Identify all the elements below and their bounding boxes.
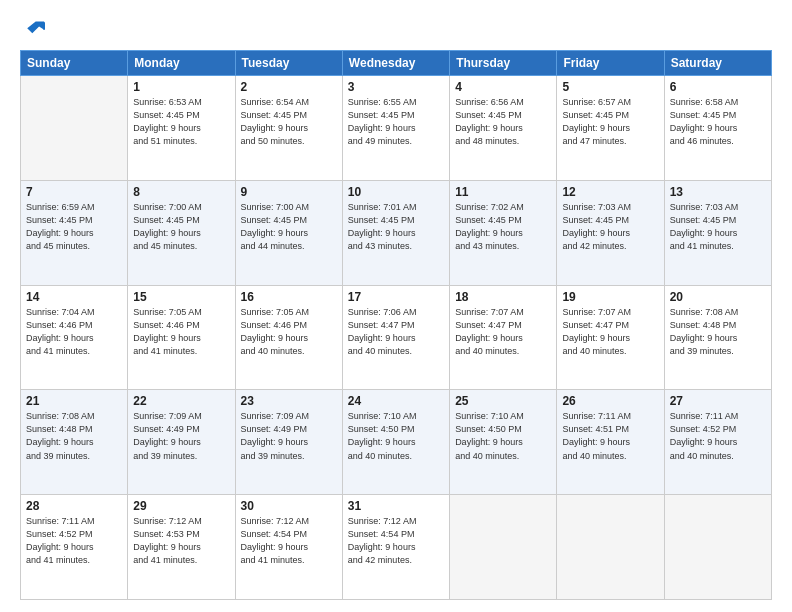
- logo: [20, 18, 52, 40]
- calendar-cell: 30Sunrise: 7:12 AMSunset: 4:54 PMDayligh…: [235, 495, 342, 600]
- cell-info: Sunrise: 7:11 AMSunset: 4:51 PMDaylight:…: [562, 410, 658, 462]
- cell-info: Sunrise: 6:56 AMSunset: 4:45 PMDaylight:…: [455, 96, 551, 148]
- cell-info: Sunrise: 7:12 AMSunset: 4:53 PMDaylight:…: [133, 515, 229, 567]
- calendar-cell: 14Sunrise: 7:04 AMSunset: 4:46 PMDayligh…: [21, 285, 128, 390]
- cell-info: Sunrise: 7:06 AMSunset: 4:47 PMDaylight:…: [348, 306, 444, 358]
- cell-info: Sunrise: 7:11 AMSunset: 4:52 PMDaylight:…: [26, 515, 122, 567]
- page: SundayMondayTuesdayWednesdayThursdayFrid…: [0, 0, 792, 612]
- calendar-cell: 13Sunrise: 7:03 AMSunset: 4:45 PMDayligh…: [664, 180, 771, 285]
- weekday-header-tuesday: Tuesday: [235, 51, 342, 76]
- cell-info: Sunrise: 7:03 AMSunset: 4:45 PMDaylight:…: [562, 201, 658, 253]
- day-number: 7: [26, 185, 122, 199]
- calendar-cell: 10Sunrise: 7:01 AMSunset: 4:45 PMDayligh…: [342, 180, 449, 285]
- day-number: 20: [670, 290, 766, 304]
- calendar-cell: 27Sunrise: 7:11 AMSunset: 4:52 PMDayligh…: [664, 390, 771, 495]
- weekday-header-monday: Monday: [128, 51, 235, 76]
- cell-info: Sunrise: 6:53 AMSunset: 4:45 PMDaylight:…: [133, 96, 229, 148]
- day-number: 17: [348, 290, 444, 304]
- calendar-cell: 26Sunrise: 7:11 AMSunset: 4:51 PMDayligh…: [557, 390, 664, 495]
- cell-info: Sunrise: 6:55 AMSunset: 4:45 PMDaylight:…: [348, 96, 444, 148]
- calendar-cell: 3Sunrise: 6:55 AMSunset: 4:45 PMDaylight…: [342, 76, 449, 181]
- calendar-table: SundayMondayTuesdayWednesdayThursdayFrid…: [20, 50, 772, 600]
- day-number: 18: [455, 290, 551, 304]
- day-number: 31: [348, 499, 444, 513]
- calendar-week-row: 21Sunrise: 7:08 AMSunset: 4:48 PMDayligh…: [21, 390, 772, 495]
- cell-info: Sunrise: 7:05 AMSunset: 4:46 PMDaylight:…: [133, 306, 229, 358]
- calendar-cell: 8Sunrise: 7:00 AMSunset: 4:45 PMDaylight…: [128, 180, 235, 285]
- day-number: 11: [455, 185, 551, 199]
- calendar-cell: [664, 495, 771, 600]
- weekday-header-saturday: Saturday: [664, 51, 771, 76]
- cell-info: Sunrise: 7:10 AMSunset: 4:50 PMDaylight:…: [455, 410, 551, 462]
- cell-info: Sunrise: 7:10 AMSunset: 4:50 PMDaylight:…: [348, 410, 444, 462]
- day-number: 30: [241, 499, 337, 513]
- cell-info: Sunrise: 7:01 AMSunset: 4:45 PMDaylight:…: [348, 201, 444, 253]
- calendar-cell: 19Sunrise: 7:07 AMSunset: 4:47 PMDayligh…: [557, 285, 664, 390]
- cell-info: Sunrise: 7:09 AMSunset: 4:49 PMDaylight:…: [241, 410, 337, 462]
- cell-info: Sunrise: 7:08 AMSunset: 4:48 PMDaylight:…: [26, 410, 122, 462]
- cell-info: Sunrise: 6:57 AMSunset: 4:45 PMDaylight:…: [562, 96, 658, 148]
- day-number: 28: [26, 499, 122, 513]
- calendar-week-row: 7Sunrise: 6:59 AMSunset: 4:45 PMDaylight…: [21, 180, 772, 285]
- day-number: 8: [133, 185, 229, 199]
- calendar-cell: 22Sunrise: 7:09 AMSunset: 4:49 PMDayligh…: [128, 390, 235, 495]
- weekday-header-friday: Friday: [557, 51, 664, 76]
- cell-info: Sunrise: 6:54 AMSunset: 4:45 PMDaylight:…: [241, 96, 337, 148]
- cell-info: Sunrise: 7:00 AMSunset: 4:45 PMDaylight:…: [133, 201, 229, 253]
- calendar-cell: 4Sunrise: 6:56 AMSunset: 4:45 PMDaylight…: [450, 76, 557, 181]
- calendar-cell: 17Sunrise: 7:06 AMSunset: 4:47 PMDayligh…: [342, 285, 449, 390]
- day-number: 26: [562, 394, 658, 408]
- cell-info: Sunrise: 7:05 AMSunset: 4:46 PMDaylight:…: [241, 306, 337, 358]
- weekday-header-wednesday: Wednesday: [342, 51, 449, 76]
- day-number: 10: [348, 185, 444, 199]
- day-number: 4: [455, 80, 551, 94]
- calendar-cell: 2Sunrise: 6:54 AMSunset: 4:45 PMDaylight…: [235, 76, 342, 181]
- day-number: 27: [670, 394, 766, 408]
- calendar-week-row: 28Sunrise: 7:11 AMSunset: 4:52 PMDayligh…: [21, 495, 772, 600]
- day-number: 9: [241, 185, 337, 199]
- day-number: 12: [562, 185, 658, 199]
- calendar-week-row: 14Sunrise: 7:04 AMSunset: 4:46 PMDayligh…: [21, 285, 772, 390]
- calendar-cell: [557, 495, 664, 600]
- cell-info: Sunrise: 7:07 AMSunset: 4:47 PMDaylight:…: [562, 306, 658, 358]
- cell-info: Sunrise: 7:04 AMSunset: 4:46 PMDaylight:…: [26, 306, 122, 358]
- calendar-cell: 18Sunrise: 7:07 AMSunset: 4:47 PMDayligh…: [450, 285, 557, 390]
- calendar-cell: 23Sunrise: 7:09 AMSunset: 4:49 PMDayligh…: [235, 390, 342, 495]
- day-number: 3: [348, 80, 444, 94]
- day-number: 23: [241, 394, 337, 408]
- cell-info: Sunrise: 7:12 AMSunset: 4:54 PMDaylight:…: [241, 515, 337, 567]
- calendar-cell: 20Sunrise: 7:08 AMSunset: 4:48 PMDayligh…: [664, 285, 771, 390]
- day-number: 15: [133, 290, 229, 304]
- day-number: 1: [133, 80, 229, 94]
- day-number: 24: [348, 394, 444, 408]
- calendar-cell: 1Sunrise: 6:53 AMSunset: 4:45 PMDaylight…: [128, 76, 235, 181]
- calendar-cell: 29Sunrise: 7:12 AMSunset: 4:53 PMDayligh…: [128, 495, 235, 600]
- calendar-cell: 16Sunrise: 7:05 AMSunset: 4:46 PMDayligh…: [235, 285, 342, 390]
- day-number: 21: [26, 394, 122, 408]
- cell-info: Sunrise: 7:00 AMSunset: 4:45 PMDaylight:…: [241, 201, 337, 253]
- calendar-cell: 25Sunrise: 7:10 AMSunset: 4:50 PMDayligh…: [450, 390, 557, 495]
- cell-info: Sunrise: 6:59 AMSunset: 4:45 PMDaylight:…: [26, 201, 122, 253]
- day-number: 13: [670, 185, 766, 199]
- generalblue-logo-icon: [20, 18, 48, 40]
- calendar-cell: [450, 495, 557, 600]
- calendar-cell: 9Sunrise: 7:00 AMSunset: 4:45 PMDaylight…: [235, 180, 342, 285]
- weekday-header-thursday: Thursday: [450, 51, 557, 76]
- calendar-cell: 28Sunrise: 7:11 AMSunset: 4:52 PMDayligh…: [21, 495, 128, 600]
- cell-info: Sunrise: 7:02 AMSunset: 4:45 PMDaylight:…: [455, 201, 551, 253]
- calendar-cell: 5Sunrise: 6:57 AMSunset: 4:45 PMDaylight…: [557, 76, 664, 181]
- header: [20, 18, 772, 40]
- day-number: 14: [26, 290, 122, 304]
- cell-info: Sunrise: 7:11 AMSunset: 4:52 PMDaylight:…: [670, 410, 766, 462]
- calendar-cell: 21Sunrise: 7:08 AMSunset: 4:48 PMDayligh…: [21, 390, 128, 495]
- day-number: 25: [455, 394, 551, 408]
- day-number: 2: [241, 80, 337, 94]
- cell-info: Sunrise: 7:07 AMSunset: 4:47 PMDaylight:…: [455, 306, 551, 358]
- cell-info: Sunrise: 7:08 AMSunset: 4:48 PMDaylight:…: [670, 306, 766, 358]
- cell-info: Sunrise: 6:58 AMSunset: 4:45 PMDaylight:…: [670, 96, 766, 148]
- weekday-header-sunday: Sunday: [21, 51, 128, 76]
- calendar-cell: 31Sunrise: 7:12 AMSunset: 4:54 PMDayligh…: [342, 495, 449, 600]
- weekday-header-row: SundayMondayTuesdayWednesdayThursdayFrid…: [21, 51, 772, 76]
- calendar-cell: 7Sunrise: 6:59 AMSunset: 4:45 PMDaylight…: [21, 180, 128, 285]
- calendar-cell: 6Sunrise: 6:58 AMSunset: 4:45 PMDaylight…: [664, 76, 771, 181]
